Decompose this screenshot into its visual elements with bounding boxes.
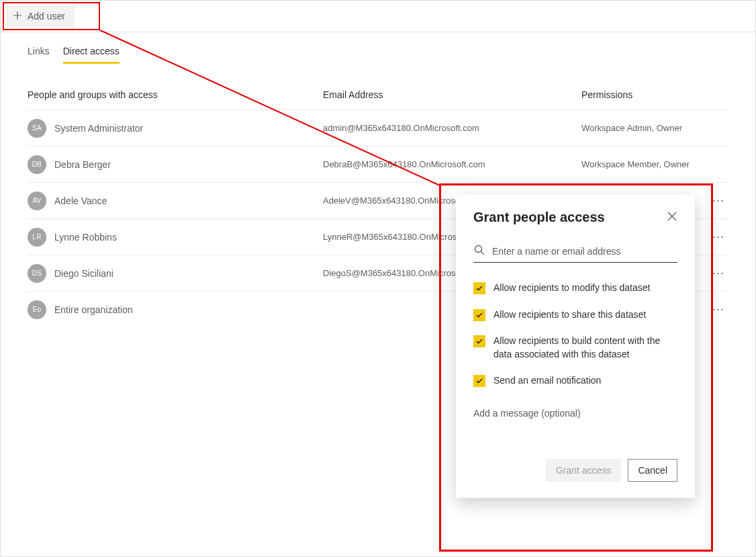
- table-row: SA System Administrator admin@M365x64318…: [28, 110, 728, 146]
- user-name: Adele Vance: [54, 196, 107, 206]
- user-email: DebraB@M365x643180.OnMicrosoft.com: [323, 159, 581, 169]
- dialog-title: Grant people access: [473, 210, 605, 225]
- more-icon[interactable]: ···: [708, 266, 728, 280]
- header-people: People and groups with access: [28, 89, 323, 100]
- tab-links[interactable]: Links: [28, 46, 50, 64]
- user-name: Debra Berger: [54, 159, 111, 170]
- checkbox-share[interactable]: [473, 309, 485, 321]
- svg-line-2: [481, 252, 485, 255]
- avatar: Eo: [28, 300, 46, 319]
- add-user-label: Add user: [28, 11, 65, 22]
- more-icon[interactable]: ···: [708, 230, 728, 244]
- checkbox-row: Allow recipients to modify this dataset: [473, 282, 677, 295]
- grant-access-button[interactable]: Grant access: [546, 459, 621, 482]
- user-name: System Administrator: [54, 123, 143, 134]
- svg-point-1: [475, 246, 482, 253]
- avatar: LR: [28, 228, 46, 247]
- avatar: SA: [28, 119, 46, 138]
- close-icon[interactable]: [667, 211, 677, 224]
- grant-access-dialog: Grant people access Allow recipients to …: [456, 195, 695, 498]
- checkbox-email[interactable]: [473, 375, 485, 387]
- more-icon[interactable]: ···: [708, 302, 728, 316]
- checkbox-row: Allow recipients to build content with t…: [473, 335, 677, 361]
- user-permission: Workspace Member, Owner: [581, 159, 690, 169]
- toolbar: Add user: [1, 1, 755, 32]
- checkbox-row: Send an email notification: [473, 374, 677, 388]
- user-name: Diego Siciliani: [54, 268, 113, 279]
- user-name: Entire organization: [54, 304, 133, 315]
- checkbox-modify[interactable]: [473, 282, 485, 294]
- checkbox-label: Send an email notification: [493, 374, 601, 388]
- avatar: AV: [28, 191, 46, 210]
- table-row: DB Debra Berger DebraB@M365x643180.OnMic…: [28, 146, 728, 182]
- user-name: Lynne Robbins: [54, 232, 117, 243]
- user-email: admin@M365x643180.OnMicrosoft.com: [323, 123, 581, 133]
- checkbox-build[interactable]: [473, 335, 485, 347]
- avatar: DS: [28, 264, 46, 283]
- plus-icon: [13, 11, 22, 22]
- header-email: Email Address: [323, 89, 581, 100]
- checkbox-label: Allow recipients to share this dataset: [493, 308, 646, 322]
- search-icon: [473, 244, 485, 258]
- add-user-button[interactable]: Add user: [6, 6, 75, 27]
- recipient-input[interactable]: [492, 246, 677, 257]
- checkbox-row: Allow recipients to share this dataset: [473, 308, 677, 322]
- more-icon[interactable]: ···: [708, 194, 728, 208]
- search-row: [473, 244, 677, 263]
- checkbox-label: Allow recipients to modify this dataset: [493, 282, 650, 295]
- cancel-button[interactable]: Cancel: [628, 459, 677, 482]
- column-headers: People and groups with access Email Addr…: [28, 64, 728, 110]
- user-permission: Workspace Admin, Owner: [581, 123, 682, 133]
- tab-direct-access[interactable]: Direct access: [63, 46, 120, 64]
- checkbox-label: Allow recipients to build content with t…: [493, 335, 677, 361]
- avatar: DB: [28, 155, 46, 174]
- message-input[interactable]: Add a message (optional): [473, 408, 677, 419]
- header-permissions: Permissions: [581, 89, 728, 100]
- tabs: Links Direct access: [1, 32, 755, 64]
